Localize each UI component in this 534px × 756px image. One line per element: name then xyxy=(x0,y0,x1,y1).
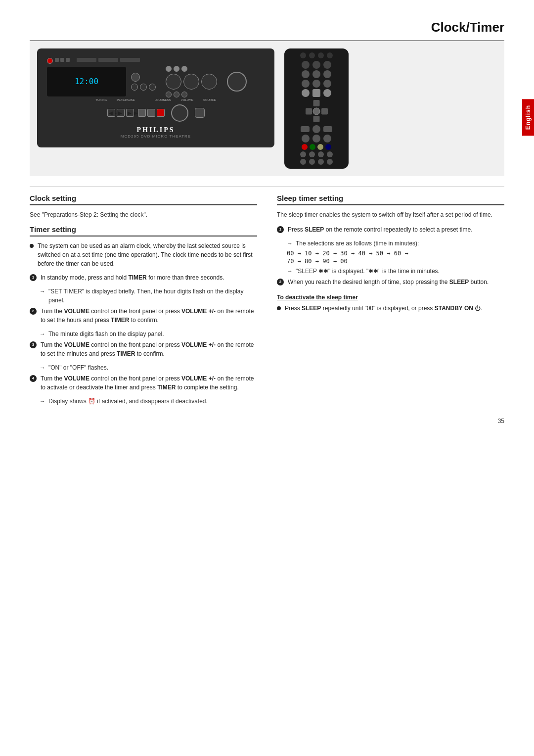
timer-arrow-2-text: The minute digits flash on the display p… xyxy=(48,330,164,338)
timer-arrow-1-text: "SET TIMER" is displayed briefly. Then, … xyxy=(48,287,257,305)
timer-bullet-0: The system can be used as an alarm clock… xyxy=(30,241,257,268)
device-display: 12:00 xyxy=(47,67,126,96)
timer-bullet-2-text: Turn the VOLUME control on the front pan… xyxy=(41,307,257,325)
deactivate-bullet: Press SLEEP repeatedly until "00" is dis… xyxy=(277,304,504,313)
sleep-timer-title: Sleep timer setting xyxy=(277,194,504,205)
timer-arrow-1: → "SET TIMER" is displayed briefly. Then… xyxy=(40,287,257,305)
sleep-bullet-num-2: 2 xyxy=(277,279,284,285)
timer-bullet-0-text: The system can be used as an alarm clock… xyxy=(38,241,257,268)
timer-bullet-2: 2 Turn the VOLUME control on the front p… xyxy=(30,307,257,325)
timer-bullet-4-text: Turn the VOLUME control on the front pan… xyxy=(41,374,257,392)
timer-arrow-4-text: Display shows ⏰ if activated, and disapp… xyxy=(48,397,208,406)
deactivate-dot xyxy=(277,306,281,310)
sleep-sequence-1: 00 → 10 → 20 → 30 → 40 → 50 → 60 → xyxy=(287,250,504,257)
model-text: MCD295 DVD MICRO THEATRE xyxy=(121,134,191,139)
sleep-bullet-1: 1 Press SLEEP on the remote control repe… xyxy=(277,225,504,234)
sleep-arrow-1a: → The selections are as follows (time in… xyxy=(287,239,504,248)
bullet-num-3: 3 xyxy=(30,341,37,348)
sleep-arrow-1b-text: "SLEEP ✱✱" is displayed. "✱✱" is the tim… xyxy=(296,267,440,276)
timer-arrow-3-text: "ON" or "OFF" flashes. xyxy=(48,363,108,372)
sleep-arrow-1a-text: The selections are as follows (time in m… xyxy=(296,239,419,248)
page-title: Clock/Timer xyxy=(0,0,534,40)
content-area: Clock setting See "Preparations-Step 2: … xyxy=(30,194,504,408)
timer-bullet-3-text: Turn the VOLUME control on the front pan… xyxy=(41,340,257,358)
timer-bullet-1-text: In standby mode, press and hold TIMER fo… xyxy=(41,273,224,282)
timer-setting-title: Timer setting xyxy=(30,225,257,236)
page-number: 35 xyxy=(0,408,534,434)
clock-setting-title: Clock setting xyxy=(30,194,257,205)
sleep-bullet-2-text: When you reach the desired length of tim… xyxy=(288,278,489,286)
timer-bullet-1: 1 In standby mode, press and hold TIMER … xyxy=(30,273,257,282)
timer-bullet-3: 3 Turn the VOLUME control on the front p… xyxy=(30,340,257,358)
sleep-arrow-1b: → "SLEEP ✱✱" is displayed. "✱✱" is the t… xyxy=(287,267,504,276)
timer-arrow-4: → Display shows ⏰ if activated, and disa… xyxy=(40,397,257,406)
front-panel: 12:00 xyxy=(37,48,274,147)
deactivate-text: Press SLEEP repeatedly until "00" is dis… xyxy=(285,304,483,313)
deactivate-heading: To deactivate the sleep timer xyxy=(277,294,504,301)
sleep-bullet-2: 2 When you reach the desired length of t… xyxy=(277,278,504,286)
timer-bullet-4: 4 Turn the VOLUME control on the front p… xyxy=(30,374,257,392)
brand-logo: PHILIPS xyxy=(136,126,175,134)
bullet-num-4: 4 xyxy=(30,375,37,382)
timer-arrow-2: → The minute digits flash on the display… xyxy=(40,330,257,338)
sleep-timer-intro: The sleep timer enables the system to sw… xyxy=(277,210,504,219)
bullet-num-1: 1 xyxy=(30,274,37,281)
clock-setting-text: See "Preparations-Step 2: Setting the cl… xyxy=(30,210,257,219)
language-tab: English xyxy=(522,99,534,136)
bullet-num-2: 2 xyxy=(30,308,37,315)
deactivate-section: To deactivate the sleep timer Press SLEE… xyxy=(277,294,504,313)
sleep-bullet-num-1: 1 xyxy=(277,226,284,233)
timer-arrow-3: → "ON" or "OFF" flashes. xyxy=(40,363,257,372)
left-column: Clock setting See "Preparations-Step 2: … xyxy=(30,194,257,408)
device-image: 12:00 xyxy=(30,40,504,176)
right-column: Sleep timer setting The sleep timer enab… xyxy=(277,194,504,408)
remote-control xyxy=(284,48,349,169)
sleep-sequence-2: 70 → 80 → 90 → 00 xyxy=(287,258,504,265)
bullet-dot-0 xyxy=(30,244,34,248)
sleep-bullet-1-text: Press SLEEP on the remote control repeat… xyxy=(288,225,473,234)
